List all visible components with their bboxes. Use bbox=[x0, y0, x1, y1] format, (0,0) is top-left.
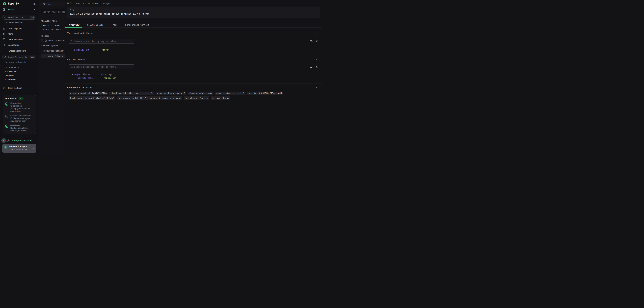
attribute-value[interactable]: "info" bbox=[102, 48, 109, 51]
resource-chip[interactable]: os.type: linux bbox=[211, 96, 230, 100]
search-icon bbox=[4, 16, 6, 18]
no-saved-dashboards-text: No saved dashboards bbox=[6, 61, 38, 63]
saved-searches-input[interactable]: Saved Searches ⌘K bbox=[2, 15, 36, 19]
more-filters-button[interactable]: More filters bbox=[41, 54, 65, 58]
attribute-key[interactable]: SeverityText bbox=[74, 48, 102, 51]
gear-icon bbox=[3, 87, 6, 89]
chevron-up-icon[interactable] bbox=[31, 97, 34, 100]
wrap-lines-icon[interactable] bbox=[310, 65, 312, 68]
checkbox[interactable] bbox=[41, 39, 43, 42]
sidebar-collapse-icon[interactable] bbox=[33, 2, 36, 5]
user-menu-button[interactable]: D dominic.tran@clic... dominic.tran@clic… bbox=[2, 144, 36, 153]
step-desc: Start sending logs, metrics, or traces bbox=[10, 127, 32, 132]
party-popper-icon bbox=[7, 139, 10, 142]
section-title: Top Level Attributes bbox=[67, 32, 94, 34]
analysis-mode-label: Analysis Mode bbox=[41, 20, 65, 22]
filter-group-severitytext[interactable]: SeverityText bbox=[40, 44, 65, 47]
filters-label: Filters bbox=[41, 35, 65, 37]
resource-chip[interactable]: host.id: i-0510b81275acbe4d5 bbox=[246, 92, 283, 95]
preset-item[interactable]: Kubernetes bbox=[0, 77, 38, 81]
filter-group-label: ResourceSchemaUrl bbox=[43, 50, 64, 52]
get-started-step[interactable]: Connect to ClickHouse Set up your databa… bbox=[5, 102, 34, 113]
tab-column-values[interactable]: Column Values bbox=[87, 24, 104, 26]
resource-chip[interactable]: host.name: ip-172-31-12-5.us-east-2.comp… bbox=[116, 96, 182, 100]
gear-icon[interactable] bbox=[315, 65, 318, 68]
collapse-section-icon[interactable] bbox=[316, 58, 318, 61]
sidebar: HyperDX Search Saved Searches ⌘K No save… bbox=[0, 0, 39, 154]
nav-label: Client Sessions bbox=[8, 38, 23, 41]
resource-chip[interactable]: cloud.account.id: 244449518788 bbox=[69, 92, 108, 95]
event-search-input[interactable]: Search your events bbox=[41, 9, 65, 15]
log-body-text: 2025-10-22 10:15:09 purge fonts-dejavu-c… bbox=[70, 12, 317, 15]
avatar: D bbox=[4, 145, 8, 149]
resource-chip[interactable]: cloud.region: us-east-2 bbox=[215, 92, 245, 95]
section-title: Resource Attributes bbox=[67, 86, 92, 89]
relative-time: 3m ago bbox=[102, 2, 110, 5]
resource-chip[interactable]: cloud.platform: aws_ec2 bbox=[156, 92, 186, 95]
resource-chip[interactable]: host.image.id: ami-0f5fcdfbd140e4ab7 bbox=[69, 96, 115, 100]
resource-attribute-chips: cloud.account.id: 244449518788cloud.avai… bbox=[69, 92, 319, 100]
sidebar-item-search[interactable]: Search bbox=[0, 8, 38, 13]
event-header: info · Nov 20 2:20:30 PM · 3m ago bbox=[65, 0, 322, 5]
resource-chip[interactable]: cloud.availability_zone: us-east-2a bbox=[109, 92, 154, 95]
presets-toggle[interactable]: PRESETS bbox=[0, 66, 38, 69]
attribute-value[interactable]: "dpkg.log" bbox=[104, 77, 116, 79]
resource-chip[interactable]: cloud.provider: aws bbox=[188, 92, 213, 95]
chevron-up-icon[interactable] bbox=[34, 8, 36, 11]
filter-group-label: SeverityText bbox=[43, 44, 58, 47]
saved-dashboards-placeholder: Saved Dashboards bbox=[8, 56, 27, 58]
mode-results-table[interactable]: Results Table bbox=[41, 24, 65, 27]
attribute-key[interactable]: log.file.name bbox=[76, 77, 104, 79]
chevron-up-icon[interactable] bbox=[34, 44, 36, 46]
separator: · bbox=[99, 2, 100, 5]
tab-overview[interactable]: Overview bbox=[69, 24, 79, 26]
property-search-input[interactable]: Search properties by key or value bbox=[69, 64, 134, 69]
filter-group-resourceschemaurl[interactable]: ResourceSchemaUrl bbox=[40, 49, 65, 52]
archive-icon bbox=[42, 3, 45, 5]
gear-icon[interactable] bbox=[315, 40, 318, 42]
caret-down-icon[interactable] bbox=[72, 74, 73, 75]
step-title: Connect to ClickHouse bbox=[10, 102, 32, 107]
attribute-key[interactable]: LogAttributes bbox=[74, 73, 101, 76]
sidebar-item-team-settings[interactable]: Team Settings bbox=[0, 85, 38, 91]
body-label: Body bbox=[70, 8, 317, 10]
chevron-down-icon bbox=[6, 66, 8, 69]
property-search-placeholder: Search properties by key or value bbox=[74, 66, 116, 68]
wrap-lines-icon[interactable] bbox=[310, 40, 312, 42]
attribute-tree-root[interactable]: LogAttributes {} 1 keys bbox=[67, 73, 318, 76]
mode-event-patterns[interactable]: Event Patterns bbox=[41, 27, 65, 31]
resource-chip[interactable]: host.type: t2.micro bbox=[184, 96, 209, 100]
get-started-card: Get Started 3/3 Connect to ClickHouse Se… bbox=[3, 95, 36, 134]
collapse-section-icon[interactable] bbox=[316, 86, 318, 89]
sidebar-item-alerts[interactable]: Alerts bbox=[0, 31, 38, 37]
sidebar-item-dashboards[interactable]: Dashboards bbox=[0, 42, 38, 48]
chevron-right-icon bbox=[40, 44, 42, 47]
get-started-title: Get Started bbox=[5, 97, 17, 100]
plus-icon bbox=[5, 50, 7, 52]
saved-dashboards-input[interactable]: Saved Dashboards ⌘K bbox=[2, 55, 36, 59]
severity-text: info bbox=[67, 2, 72, 5]
get-started-step[interactable]: Add Data Start sending logs, metrics, or… bbox=[5, 124, 34, 132]
source-select[interactable]: Logs bbox=[41, 2, 65, 6]
preset-item[interactable]: Services bbox=[0, 73, 38, 77]
preset-item[interactable]: ClickHouse bbox=[0, 69, 38, 73]
attribute-row: log.file.name "dpkg.log" bbox=[67, 77, 318, 79]
sidebar-item-client-sessions[interactable]: Client Sessions bbox=[0, 37, 38, 42]
sidebar-item-chart-explorer[interactable]: Chart Explorer bbox=[0, 26, 38, 31]
tab-surrounding-context[interactable]: Surrounding Context bbox=[125, 24, 149, 26]
congrats-row: ? Great job! You're all bbox=[1, 138, 38, 143]
help-button[interactable]: ? bbox=[1, 138, 6, 143]
active-tab-underline bbox=[65, 27, 82, 28]
preset-list: ClickHouseServicesKubernetes bbox=[0, 69, 38, 81]
tree-meta: {} 1 keys bbox=[101, 73, 112, 76]
detail-tabbar: Overview Column Values Trace Surrounding… bbox=[65, 24, 322, 28]
denoise-label: Denoise Results bbox=[48, 39, 65, 42]
get-started-step[interactable]: Create Data Sources Configure where your… bbox=[5, 114, 34, 122]
denoise-results-checkbox[interactable]: Denoise Results bbox=[41, 39, 65, 42]
property-search-input[interactable]: Search properties by key or value bbox=[69, 39, 134, 43]
create-dashboard-button[interactable]: Create Dashboard bbox=[0, 48, 38, 54]
collapse-section-icon[interactable] bbox=[316, 32, 318, 34]
tab-trace[interactable]: Trace bbox=[111, 24, 118, 26]
section-top-level-attributes: Top Level Attributes Search properties b… bbox=[65, 28, 322, 55]
separator: · bbox=[74, 2, 75, 5]
